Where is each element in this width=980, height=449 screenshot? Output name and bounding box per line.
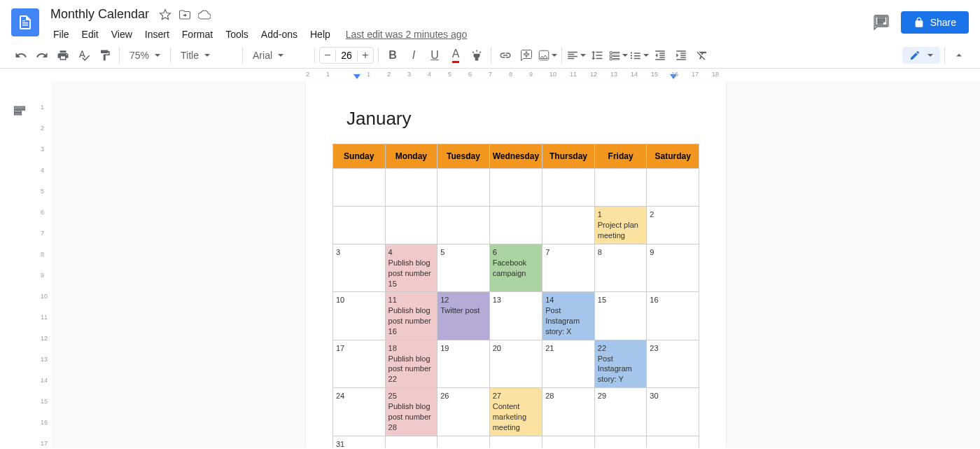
menu-tools[interactable]: Tools — [220, 26, 254, 43]
calendar-cell[interactable] — [385, 436, 438, 448]
menu-view[interactable]: View — [106, 26, 138, 43]
calendar-cell[interactable]: 21 — [542, 340, 595, 387]
calendar-cell[interactable]: 7 — [542, 244, 595, 292]
calendar-cell[interactable] — [594, 436, 647, 448]
calendar-cell[interactable] — [438, 207, 490, 244]
share-label: Share — [930, 17, 956, 28]
vertical-ruler: 1234567891011121314151617 — [39, 69, 52, 448]
calendar-cell[interactable]: 26 — [438, 388, 490, 436]
spellcheck-button[interactable] — [74, 46, 94, 65]
image-button[interactable] — [538, 46, 557, 65]
star-icon[interactable] — [159, 8, 172, 21]
zoom-select[interactable]: 75% — [124, 47, 166, 64]
calendar-cell[interactable]: 4Publish blog post number 15 — [385, 244, 438, 292]
calendar-day-header: Monday — [385, 144, 438, 169]
bulleted-list-button[interactable] — [629, 46, 649, 65]
toolbar: 75% Title Arial − + B I U A — [0, 43, 980, 69]
calendar-cell[interactable]: 23 — [647, 340, 699, 387]
calendar-cell[interactable]: 6Facebook campaign — [489, 244, 542, 292]
calendar-cell[interactable]: 28 — [542, 388, 595, 436]
calendar-cell[interactable]: 19 — [438, 340, 490, 387]
calendar-cell[interactable] — [489, 207, 542, 244]
horizontal-ruler: 21123456789101112131415161718 — [306, 69, 726, 81]
calendar-cell[interactable]: 25Publish blog post number 28 — [385, 388, 438, 436]
font-select[interactable]: Arial — [247, 47, 310, 64]
italic-button[interactable]: I — [404, 46, 424, 65]
calendar-cell[interactable]: 24 — [333, 388, 386, 436]
calendar-cell[interactable]: 15 — [594, 292, 647, 340]
last-edit-link[interactable]: Last edit was 2 minutes ago — [346, 29, 468, 40]
collapse-toolbar-button[interactable] — [949, 46, 969, 65]
share-button[interactable]: Share — [901, 11, 969, 34]
menu-addons[interactable]: Add-ons — [255, 26, 303, 43]
calendar-day-header: Friday — [594, 144, 647, 169]
redo-button[interactable] — [32, 46, 52, 65]
bold-button[interactable]: B — [383, 46, 402, 65]
highlight-button[interactable] — [467, 46, 486, 65]
calendar-cell[interactable]: 13 — [489, 292, 542, 340]
decrease-indent-button[interactable] — [650, 46, 670, 65]
menu-help[interactable]: Help — [304, 26, 336, 43]
move-icon[interactable] — [178, 8, 191, 21]
add-comment-button[interactable] — [517, 46, 536, 65]
calendar-cell[interactable]: 30 — [647, 388, 699, 436]
calendar-cell[interactable]: 11Publish blog post number 16 — [385, 292, 438, 340]
calendar-cell[interactable]: 17 — [333, 340, 386, 387]
calendar-cell[interactable] — [489, 436, 542, 448]
calendar-cell[interactable]: 31 — [333, 436, 386, 448]
calendar-cell[interactable]: 9 — [647, 244, 699, 292]
cloud-status-icon[interactable] — [198, 8, 211, 21]
calendar-cell[interactable]: 2 — [647, 207, 699, 244]
calendar-day-header: Sunday — [333, 144, 386, 169]
font-size-increase[interactable]: + — [358, 48, 373, 63]
calendar-cell[interactable] — [542, 207, 595, 244]
calendar-cell[interactable] — [438, 436, 490, 448]
calendar-cell[interactable] — [333, 207, 386, 244]
calendar-day-header: Saturday — [647, 144, 699, 169]
menu-format[interactable]: Format — [176, 26, 218, 43]
menu-insert[interactable]: Insert — [139, 26, 175, 43]
style-select[interactable]: Title — [175, 47, 238, 64]
docs-logo[interactable] — [11, 8, 39, 36]
align-button[interactable] — [566, 46, 586, 65]
calendar-cell[interactable]: 27Content marketing meeting — [489, 388, 542, 436]
paint-format-button[interactable] — [95, 46, 115, 65]
menu-file[interactable]: File — [48, 26, 75, 43]
calendar-cell[interactable]: 5 — [438, 244, 490, 292]
underline-button[interactable]: U — [425, 46, 444, 65]
calendar-day-header: Tuesday — [438, 144, 490, 169]
document-page[interactable]: January SundayMondayTuesdayWednesdayThur… — [306, 81, 726, 448]
calendar-cell[interactable]: 8 — [594, 244, 647, 292]
font-size-decrease[interactable]: − — [320, 48, 335, 63]
comments-icon[interactable] — [873, 14, 890, 31]
calendar-cell[interactable]: 3 — [333, 244, 386, 292]
text-color-button[interactable]: A — [446, 46, 465, 65]
calendar-cell[interactable]: 14Post Instagram story: X — [542, 292, 595, 340]
font-size-group: − + — [319, 47, 374, 64]
calendar-cell[interactable] — [542, 436, 595, 448]
font-size-input[interactable] — [335, 50, 358, 61]
document-title[interactable]: Monthly Calendar — [48, 6, 152, 23]
line-spacing-button[interactable] — [587, 46, 607, 65]
checklist-button[interactable] — [608, 46, 628, 65]
calendar-cell[interactable]: 1Project plan meeting — [594, 207, 647, 244]
undo-button[interactable] — [11, 46, 31, 65]
link-button[interactable] — [496, 46, 515, 65]
calendar-cell[interactable]: 18Publish blog post number 22 — [385, 340, 438, 387]
calendar-cell[interactable]: 12Twitter post — [438, 292, 490, 340]
print-button[interactable] — [53, 46, 73, 65]
calendar-cell[interactable]: 16 — [647, 292, 699, 340]
increase-indent-button[interactable] — [671, 46, 691, 65]
editing-mode-button[interactable] — [902, 47, 940, 64]
calendar-cell[interactable] — [385, 207, 438, 244]
calendar-cell[interactable]: 10 — [333, 292, 386, 340]
month-heading[interactable]: January — [346, 108, 699, 130]
calendar-cell[interactable] — [647, 436, 699, 448]
clear-formatting-button[interactable] — [692, 46, 712, 65]
calendar-cell[interactable]: 22Post Instagram story: Y — [594, 340, 647, 387]
calendar-table[interactable]: SundayMondayTuesdayWednesdayThursdayFrid… — [332, 144, 699, 448]
outline-icon[interactable] — [13, 104, 27, 118]
calendar-cell[interactable]: 20 — [489, 340, 542, 387]
calendar-cell[interactable]: 29 — [594, 388, 647, 436]
menu-edit[interactable]: Edit — [76, 26, 104, 43]
